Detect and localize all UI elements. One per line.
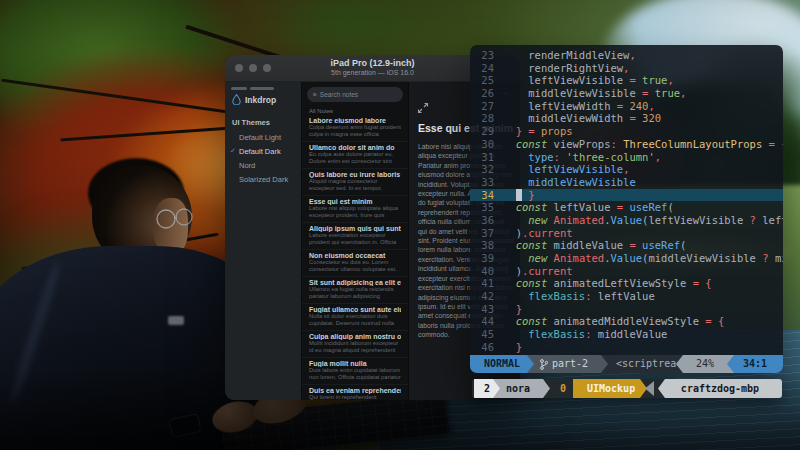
- code-line: 32 leftViewVisible,: [470, 163, 783, 176]
- note-item-snippet: Mollit incididunt laborum excepteur id e…: [309, 340, 401, 354]
- note-list-item[interactable]: Non eiusmod occaecatConsectetur eu duis …: [302, 250, 408, 277]
- sidebar-item-theme[interactable]: Solarized Dark: [225, 172, 301, 186]
- note-item-snippet: Qui lorem in reprehenderit occaecat sed …: [309, 394, 401, 400]
- tmux-window-uimockup[interactable]: UIMockup: [573, 379, 647, 398]
- code-line: 28 middleViewWidth = 320: [470, 112, 783, 125]
- line-number: 46: [470, 341, 503, 354]
- vim-statusline: NORMAL part-2 <scriptreact 24% 34:1: [470, 355, 783, 373]
- note-item-title: Duis ea veniam reprehenderit est si...: [309, 387, 401, 394]
- screenshot-root: iPad Pro (12.9-inch) 5th generation — iO…: [0, 0, 800, 450]
- vim-mode-indicator: NORMAL: [470, 355, 534, 373]
- note-list-item[interactable]: Culpa aliquip anim nostru occaecat...Mol…: [302, 331, 408, 358]
- note-list-item[interactable]: Ullamco dolor sit anim doEu culpa aute d…: [302, 142, 408, 169]
- search-icon: ≡: [313, 91, 317, 98]
- note-item-snippet: Consectetur eu duis eu. Lorem consectetu…: [309, 259, 401, 273]
- line-number: 28: [470, 112, 503, 125]
- line-number: 34: [470, 189, 503, 202]
- tmux-hostname: craftzdog-mbp: [658, 379, 782, 398]
- note-list-item[interactable]: Esse qui est minimLabore nisi aliquip vo…: [302, 196, 408, 223]
- line-number: 31: [470, 151, 503, 164]
- note-item-snippet: Ullamco ea fugiat nulla reiciendis paria…: [309, 286, 401, 300]
- note-list-item[interactable]: Quis labore eu irure laboris exercitati.…: [302, 169, 408, 196]
- note-list-item[interactable]: Sit sunt adipisicing ea elit eu duisUlla…: [302, 277, 408, 304]
- line-number: 44: [470, 315, 503, 328]
- code-line: 34 }: [470, 189, 783, 202]
- code-line: 26 middleViewVisible = true,: [470, 87, 783, 100]
- code-line: 24 renderRightView,: [470, 62, 783, 75]
- line-number: 43: [470, 303, 503, 316]
- note-list-item[interactable]: Duis ea veniam reprehenderit est si...Qu…: [302, 385, 408, 400]
- note-list-item[interactable]: Labore eiusmod laboreCulpa deserunt anim…: [302, 115, 408, 142]
- code-line: 25 leftViewVisible = true,: [470, 74, 783, 87]
- line-number: 25: [470, 74, 503, 87]
- inkdrop-logo-icon: [232, 94, 241, 105]
- terminal-window[interactable]: 23 renderMiddleView,24 renderRightView,2…: [470, 45, 783, 373]
- sidebar-section-header: UI Themes: [232, 118, 301, 127]
- code-line: 43 }: [470, 303, 783, 316]
- search-input[interactable]: ≡ Search notes: [307, 87, 403, 102]
- line-number: 39: [470, 252, 503, 265]
- note-list-item[interactable]: Aliquip ipsum quis qui sunt nullaLabore …: [302, 223, 408, 250]
- code-line: 38 const middleValue = useRef(: [470, 239, 783, 252]
- sidebar-item-theme[interactable]: ✓Default Dark: [225, 144, 301, 158]
- note-item-title: Ullamco dolor sit anim do: [309, 144, 401, 151]
- note-item-title: Sit sunt adipisicing ea elit eu duis: [309, 279, 401, 286]
- expand-icon[interactable]: [417, 102, 429, 114]
- ipad-status-bar: [231, 87, 301, 90]
- note-item-title: Culpa aliquip anim nostru occaecat...: [309, 333, 401, 340]
- code-line: 41 const animatedLeftViewStyle = {: [470, 277, 783, 290]
- note-item-title: Aliquip ipsum quis qui sunt nulla: [309, 225, 401, 232]
- code-line: 36 new Animated.Value(leftViewVisible ? …: [470, 214, 783, 227]
- line-number: 37: [470, 227, 503, 240]
- git-branch-segment: part-2: [526, 355, 608, 373]
- check-icon: ✓: [230, 147, 236, 155]
- code-line: 44 const animatedMiddleViewStyle = {: [470, 315, 783, 328]
- note-item-snippet: Eu culpa aute dolore pariatur eu. Dolore…: [309, 151, 401, 165]
- chevron-left-icon: [645, 381, 654, 396]
- git-branch-name: part-2: [552, 355, 588, 373]
- code-line: 37 ).current: [470, 227, 783, 240]
- note-item-title: Quis labore eu irure laboris exercitati.…: [309, 171, 401, 178]
- code-line: 39 new Animated.Value(middleViewVisible …: [470, 252, 783, 265]
- note-item-title: Esse qui est minim: [309, 198, 401, 205]
- note-item-title: Non eiusmod occaecat: [309, 252, 401, 259]
- line-number: 33: [470, 176, 503, 189]
- line-number: 29: [470, 125, 503, 138]
- code-line: 27 leftViewWidth = 240,: [470, 100, 783, 113]
- app-name: Inkdrop: [245, 95, 276, 105]
- git-branch-icon: [540, 359, 548, 370]
- note-item-snippet: Culpa deserunt anim fugiat proident culp…: [309, 124, 401, 138]
- code-line: 42 flexBasis: leftValue: [470, 290, 783, 303]
- line-number: 41: [470, 277, 503, 290]
- code-line: 30 const viewProps: ThreeColumnLayoutPro…: [470, 138, 783, 151]
- note-list-item[interactable]: Fugia mollit nullaDuis labore enim cupid…: [302, 358, 408, 385]
- theme-list: Default Light✓Default DarkNordSolarized …: [225, 130, 301, 186]
- scroll-percent: 24%: [676, 355, 734, 373]
- note-item-snippet: Labore nisi aliquip voluptate aliqua exc…: [309, 205, 401, 219]
- line-number: 36: [470, 214, 503, 227]
- code-line: 35 const leftValue = useRef(: [470, 201, 783, 214]
- theme-label: Default Light: [239, 133, 281, 142]
- sidebar-item-theme[interactable]: Nord: [225, 158, 301, 172]
- line-number: 42: [470, 290, 503, 303]
- code-editor: 23 renderMiddleView,24 renderRightView,2…: [470, 49, 783, 354]
- notes-list: Labore eiusmod laboreCulpa deserunt anim…: [302, 115, 408, 400]
- note-item-snippet: Duis labore enim cupidatat laborum non l…: [309, 367, 401, 381]
- app-logo-row: Inkdrop: [232, 94, 301, 105]
- line-number: 45: [470, 328, 503, 341]
- line-number: 27: [470, 100, 503, 113]
- note-item-title: Fugiat ullamco sunt aute eiusmo...: [309, 306, 401, 313]
- theme-label: Solarized Dark: [239, 175, 288, 184]
- code-line: 45 flexBasis: middleValue: [470, 328, 783, 341]
- sidebar: Inkdrop UI Themes Default Light✓Default …: [225, 82, 301, 400]
- list-header: All Notes: [309, 108, 408, 114]
- line-number: 35: [470, 201, 503, 214]
- line-number: 24: [470, 62, 503, 75]
- code-line: 33 middleViewVisible: [470, 176, 783, 189]
- note-list-item[interactable]: Fugiat ullamco sunt aute eiusmo...Nulla …: [302, 304, 408, 331]
- sidebar-item-theme[interactable]: Default Light: [225, 130, 301, 144]
- tmux-window-nora[interactable]: nora: [492, 379, 550, 398]
- note-item-snippet: Nulla sit dolor exercitation duis cupida…: [309, 313, 401, 327]
- code-line: 29 } = props: [470, 125, 783, 138]
- code-line: 40 ).current: [470, 265, 783, 278]
